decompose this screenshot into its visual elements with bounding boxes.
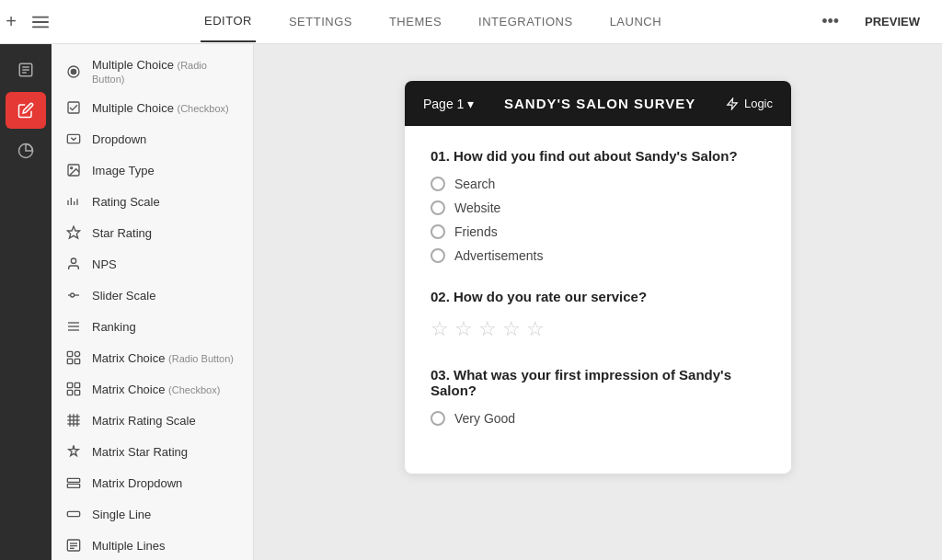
star-5[interactable]: ☆ xyxy=(526,317,545,341)
add-button[interactable]: + xyxy=(0,7,22,37)
svg-rect-40 xyxy=(67,478,79,482)
svg-rect-30 xyxy=(75,383,79,387)
question-1: 01. How did you find out about Sandy's S… xyxy=(431,148,765,263)
tab-editor[interactable]: EDITOR xyxy=(201,1,256,42)
question-3: 03. What was your first impression of Sa… xyxy=(431,367,765,426)
sidebar-item-multiple-choice-radio[interactable]: Multiple Choice (Radio Button) xyxy=(52,51,253,92)
matrix-checkbox-icon xyxy=(64,380,83,398)
svg-marker-18 xyxy=(67,226,79,238)
top-nav: + EDITOR SETTINGS THEMES INTEGRATIONS LA… xyxy=(0,0,942,44)
radio-circle xyxy=(431,248,445,263)
more-options-button[interactable]: ••• xyxy=(814,8,846,35)
svg-rect-28 xyxy=(75,359,79,363)
sidebar-item-matrix-choice-radio[interactable]: Matrix Choice (Radio Button) xyxy=(52,342,253,373)
svg-rect-41 xyxy=(67,484,79,487)
sidebar-item-matrix-star-rating[interactable]: Matrix Star Rating xyxy=(52,436,253,467)
ranking-icon xyxy=(64,317,83,336)
sidebar-label: Rating Scale xyxy=(92,195,160,209)
question-2-text: 02. How do you rate our service? xyxy=(431,289,765,304)
tab-integrations[interactable]: INTEGRATIONS xyxy=(475,2,577,41)
option-friends[interactable]: Friends xyxy=(431,224,765,239)
question-1-text: 01. How did you find out about Sandy's S… xyxy=(431,148,765,164)
tab-themes[interactable]: THEMES xyxy=(385,2,445,41)
multiple-lines-icon xyxy=(64,536,83,554)
matrix-rating-scale-icon xyxy=(64,411,83,429)
svg-rect-31 xyxy=(67,390,72,394)
svg-point-9 xyxy=(71,69,75,74)
star-1[interactable]: ☆ xyxy=(431,317,449,341)
checkbox-icon xyxy=(64,98,83,117)
icon-bar-analytics[interactable] xyxy=(6,132,46,169)
dropdown-icon xyxy=(64,130,83,148)
top-nav-left: + xyxy=(0,7,52,37)
survey-header: Page 1 ▾ SANDY'S SALON SURVEY Logic xyxy=(405,81,791,126)
star-2[interactable]: ☆ xyxy=(454,317,473,341)
star-rating-row[interactable]: ☆ ☆ ☆ ☆ ☆ xyxy=(431,317,765,341)
preview-button[interactable]: PREVIEW xyxy=(854,9,931,34)
radio-circle xyxy=(431,200,445,215)
slider-icon xyxy=(64,286,83,304)
sidebar-item-rating-scale[interactable]: Rating Scale xyxy=(52,186,253,217)
svg-rect-25 xyxy=(67,351,72,356)
svg-marker-39 xyxy=(69,445,79,455)
svg-rect-42 xyxy=(67,511,79,516)
menu-button[interactable] xyxy=(29,7,52,37)
star-4[interactable]: ☆ xyxy=(502,317,521,341)
sidebar-label: Matrix Choice (Checkbox) xyxy=(92,383,220,396)
sidebar-item-multiple-lines[interactable]: Multiple Lines xyxy=(52,530,253,560)
sidebar-label: NPS xyxy=(92,257,117,271)
nav-tabs: EDITOR SETTINGS THEMES INTEGRATIONS LAUN… xyxy=(52,1,814,42)
svg-rect-2 xyxy=(32,26,49,28)
svg-rect-0 xyxy=(32,16,49,17)
sidebar-label: Slider Scale xyxy=(92,289,155,303)
sidebar-label: Single Line xyxy=(92,508,151,521)
sidebar-item-slider-scale[interactable]: Slider Scale xyxy=(52,280,253,311)
tab-launch[interactable]: LAUNCH xyxy=(606,2,665,41)
sidebar-item-single-line[interactable]: Single Line xyxy=(52,498,253,530)
svg-rect-1 xyxy=(32,21,49,23)
page-label[interactable]: Page 1 ▾ xyxy=(423,97,474,111)
sidebar-label: Dropdown xyxy=(92,132,146,146)
svg-rect-11 xyxy=(67,134,79,143)
tab-settings[interactable]: SETTINGS xyxy=(285,2,356,41)
rating-scale-icon xyxy=(64,192,83,211)
matrix-dropdown-icon xyxy=(64,474,83,492)
single-line-icon xyxy=(64,505,83,523)
sidebar-item-matrix-dropdown[interactable]: Matrix Dropdown xyxy=(52,467,253,498)
logic-button[interactable]: Logic xyxy=(726,97,773,110)
svg-rect-29 xyxy=(67,383,72,387)
sidebar-label: Image Type xyxy=(92,164,155,177)
nps-icon xyxy=(64,255,83,273)
matrix-radio-icon xyxy=(64,349,83,367)
svg-rect-10 xyxy=(68,102,79,113)
sidebar-item-image-type[interactable]: Image Type xyxy=(52,154,253,186)
sidebar-label: Ranking xyxy=(92,320,136,334)
radio-button-icon xyxy=(64,63,83,81)
sidebar-item-star-rating[interactable]: Star Rating xyxy=(52,217,253,248)
sidebar-item-nps[interactable]: NPS xyxy=(52,248,253,280)
svg-rect-27 xyxy=(67,359,72,363)
sidebar-label: Matrix Choice (Radio Button) xyxy=(92,351,234,365)
star-3[interactable]: ☆ xyxy=(478,317,497,341)
icon-bar-edit[interactable] xyxy=(6,92,46,129)
sidebar-label: Matrix Rating Scale xyxy=(92,414,196,428)
radio-circle xyxy=(431,177,445,191)
sidebar-item-ranking[interactable]: Ranking xyxy=(52,311,253,342)
option-very-good[interactable]: Very Good xyxy=(431,411,765,426)
sidebar-item-multiple-choice-checkbox[interactable]: Multiple Choice (Checkbox) xyxy=(52,92,253,123)
svg-point-13 xyxy=(71,167,73,169)
sidebar-item-matrix-rating-scale[interactable]: Matrix Rating Scale xyxy=(52,405,253,436)
icon-bar-survey[interactable] xyxy=(6,51,46,88)
svg-point-19 xyxy=(71,258,75,263)
option-advertisements[interactable]: Advertisements xyxy=(431,248,765,263)
sidebar-item-dropdown[interactable]: Dropdown xyxy=(52,123,253,154)
svg-point-21 xyxy=(71,293,75,297)
radio-circle xyxy=(431,224,445,239)
question-2: 02. How do you rate our service? ☆ ☆ ☆ ☆… xyxy=(431,289,765,341)
svg-marker-54 xyxy=(728,98,738,109)
sidebar-item-matrix-choice-checkbox[interactable]: Matrix Choice (Checkbox) xyxy=(52,373,253,405)
option-website[interactable]: Website xyxy=(431,200,765,215)
sidebar-label: Multiple Lines xyxy=(92,539,166,553)
image-icon xyxy=(64,161,83,179)
option-search[interactable]: Search xyxy=(431,177,765,191)
